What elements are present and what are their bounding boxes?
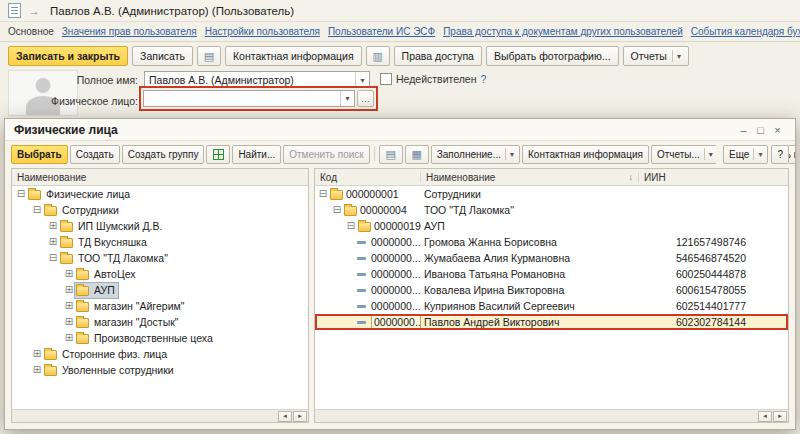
help-button[interactable]: ? [771, 145, 789, 164]
table-row[interactable]: ⊟00000019 АУП [315, 218, 788, 234]
dialog-reports-button[interactable]: Отчеты... ▾ [651, 145, 719, 164]
choose-photo-button[interactable]: Выбрать фотографию... [486, 46, 619, 66]
table-row-highlighted[interactable]: 0000000... Павлов Андрей Викторович 6023… [315, 314, 788, 330]
table-row[interactable]: 0000000... Ковалева Ирина Викторовна 600… [315, 282, 788, 298]
expand-icon[interactable]: ⊞ [47, 221, 59, 231]
close-button[interactable]: × [769, 124, 786, 136]
output-list-button[interactable] [206, 145, 230, 164]
tree-item-label: АУП [92, 284, 115, 296]
cell-iin: 602514401777 [639, 300, 788, 312]
expand-icon[interactable]: ⊞ [47, 237, 59, 247]
table-row[interactable]: ⊟00000004 ТОО "ТД Лакомка" [315, 202, 788, 218]
more-button[interactable]: Еще ▾ [723, 145, 768, 164]
table-row[interactable]: 0000000... Куприянов Василий Сергеевич 6… [315, 298, 788, 314]
tree-body: ⊟ Физические лица ⊟ Сотрудники ⊞ ИП Шумс… [12, 186, 308, 409]
list-settings-button[interactable]: ▦ [405, 145, 429, 164]
scroll-left-button[interactable]: ◄ [278, 411, 292, 422]
column-header-code[interactable]: Код [315, 172, 421, 183]
column-header-name[interactable]: Наименование ↓ [421, 172, 639, 183]
reports-button[interactable]: Отчеты ▾ [623, 46, 689, 66]
create-group-button[interactable]: Создать группу [122, 145, 205, 164]
tab-main[interactable]: Основное [8, 26, 54, 37]
expand-icon[interactable]: ⊞ [31, 349, 43, 359]
scroll-right-button[interactable]: ► [293, 411, 307, 422]
tab-user-rights-values[interactable]: Значения прав пользователя [62, 26, 197, 37]
table-row[interactable]: 0000000... Громова Жанна Борисовна 12165… [315, 234, 788, 250]
fill-button[interactable]: Заполнение... ▾ [431, 145, 520, 164]
dialog-contact-info-button[interactable]: Контактная информация [522, 145, 649, 164]
tree-item[interactable]: ⊞ АвтоЦех [12, 266, 308, 282]
tree-item-label: Уволенные сотрудники [60, 364, 174, 376]
tree-item[interactable]: ⊞ ИП Шумский Д.В. [12, 218, 308, 234]
folder-icon [330, 190, 343, 200]
tree-item-selected[interactable]: ⊞ АУП [12, 282, 308, 298]
tree-item[interactable]: ⊟ Сотрудники [12, 202, 308, 218]
tree-item[interactable]: ⊟ Физические лица [12, 186, 308, 202]
contact-card-icon-button[interactable]: ▤ [197, 46, 221, 66]
column-header-iin[interactable]: ИИН [639, 172, 788, 183]
access-rights-button[interactable]: Права доступа [394, 46, 482, 66]
tree-item[interactable]: ⊞ магазин "Достык" [12, 314, 308, 330]
folder-icon [60, 254, 73, 264]
person-field-annotation: ▾ … [141, 88, 376, 109]
table-row[interactable]: 0000000... Жумабаева Алия Курмановна 546… [315, 250, 788, 266]
person-input[interactable]: ▾ [143, 90, 355, 107]
tab-esf-users[interactable]: Пользователи ИС ЭСФ [328, 26, 435, 37]
collapse-icon[interactable]: ⊟ [317, 189, 329, 199]
help-link[interactable]: ? [480, 73, 486, 85]
find-button[interactable]: Найти... [232, 145, 281, 164]
cell-name: АУП [421, 220, 639, 232]
tree-item[interactable]: ⊞ Производственные цеха [12, 330, 308, 346]
collapse-icon[interactable]: ⊟ [331, 205, 343, 215]
full-name-input[interactable]: Павлов А.В. (Администратор) ▾ [144, 71, 370, 89]
tab-doc-access-rights[interactable]: Права доступа к документам других пользо… [443, 26, 683, 37]
expand-icon[interactable]: ⊞ [63, 285, 75, 295]
column-header-name[interactable]: Наименование [12, 172, 91, 183]
cell-name: Иванова Татьяна Романовна [421, 268, 639, 280]
tree-item[interactable]: ⊟ ТОО "ТД Лакомка" [12, 250, 308, 266]
scroll-right-button[interactable]: ► [773, 411, 787, 422]
maximize-button[interactable]: □ [752, 124, 769, 136]
collapse-icon[interactable]: ⊟ [15, 189, 27, 199]
chevron-down-icon[interactable]: ▾ [355, 72, 369, 88]
table-icon [213, 149, 224, 160]
person-open-button[interactable]: … [357, 90, 374, 107]
tree-item[interactable]: ⊞ ТД Вкусняшка [12, 234, 308, 250]
expand-icon[interactable]: ⊞ [63, 301, 75, 311]
tree-item[interactable]: ⊞ Сторонние физ. лица [12, 346, 308, 362]
collapse-icon[interactable]: ⊟ [31, 205, 43, 215]
tree-item[interactable]: ⊞ магазин "Айгерим" [12, 298, 308, 314]
cancel-search-button[interactable]: Отменить поиск [283, 145, 369, 164]
expand-icon[interactable]: ⊞ [31, 365, 43, 375]
collapse-icon[interactable]: ⊟ [47, 253, 59, 263]
expand-icon[interactable]: ⊞ [63, 333, 75, 343]
minimize-button[interactable]: – [735, 124, 752, 136]
chevron-down-icon[interactable]: ▾ [340, 91, 354, 106]
element-icon [357, 321, 366, 324]
comment-icon-button[interactable]: ▥ [366, 46, 390, 66]
expand-icon[interactable]: ⊞ [63, 269, 75, 279]
save-button[interactable]: Записать [132, 46, 193, 66]
contact-info-button[interactable]: Контактная информация [225, 46, 362, 66]
tree-item[interactable]: ⊞ Уволенные сотрудники [12, 362, 308, 378]
select-button[interactable]: Выбрать [11, 145, 68, 164]
save-close-button[interactable]: Записать и закрыть [8, 46, 128, 66]
tab-user-settings[interactable]: Настройки пользователя [205, 26, 320, 37]
scroll-left-button[interactable]: ◄ [758, 411, 772, 422]
invalid-checkbox[interactable] [380, 73, 392, 85]
table-row[interactable]: 0000000... Иванова Татьяна Романовна 600… [315, 266, 788, 282]
full-name-label: Полное имя: [0, 74, 138, 86]
create-button[interactable]: Создать [70, 145, 120, 164]
forward-arrow-icon[interactable]: → [28, 5, 40, 17]
document-icon[interactable] [8, 3, 21, 18]
cell-name: Ковалева Ирина Викторовна [421, 284, 639, 296]
tree-header-row: Наименование [12, 169, 308, 186]
collapse-icon[interactable]: ⊟ [345, 221, 357, 231]
list-view-button[interactable]: ▤ [379, 145, 403, 164]
element-icon [357, 241, 366, 244]
element-icon [357, 257, 366, 260]
tab-calendar-events[interactable]: События календаря бухгалтера [691, 26, 800, 37]
cell-code: 0000000... [371, 252, 421, 264]
expand-icon[interactable]: ⊞ [63, 317, 75, 327]
table-row[interactable]: ⊟000000001 Сотрудники [315, 186, 788, 202]
